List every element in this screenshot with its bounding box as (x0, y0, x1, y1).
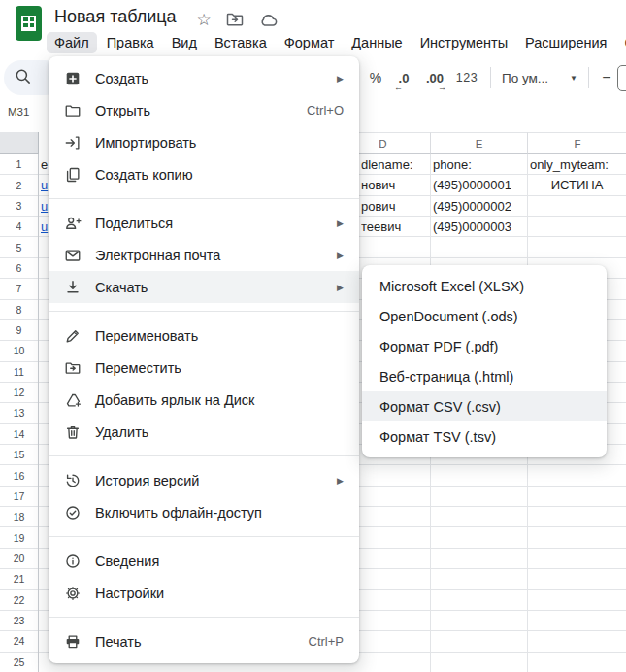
menu-item-label: Импортировать (95, 135, 344, 151)
font-select[interactable]: По ум... ▼ (498, 64, 581, 91)
file-menu-item[interactable]: Сведения (49, 545, 359, 577)
cell-E4[interactable]: (495)0000003 (433, 218, 524, 237)
info-icon (64, 553, 82, 570)
file-menu-item[interactable]: Поделиться▶ (49, 207, 359, 239)
row-header-8[interactable]: 8 (0, 300, 38, 320)
menubar-item-файл[interactable]: Файл (47, 32, 97, 53)
sheets-logo[interactable] (16, 6, 42, 41)
file-menu-item[interactable]: Импортировать (49, 126, 359, 158)
menubar-item-правка[interactable]: Правка (99, 32, 162, 53)
cell-E1[interactable]: phone: (433, 155, 524, 175)
menubar-item-расширения[interactable]: Расширения (517, 32, 614, 53)
row-header-15[interactable]: 15 (0, 445, 38, 465)
row-header-16[interactable]: 16 (0, 465, 38, 486)
move-folder-icon (64, 359, 82, 377)
download-format-item[interactable]: Формат TSV (.tsv) (362, 421, 607, 452)
star-icon[interactable]: ☆ (193, 9, 214, 30)
rename-pencil-icon (64, 327, 82, 345)
cell-D3[interactable]: рович (361, 197, 428, 217)
file-menu-item[interactable]: История версий▶ (49, 464, 359, 496)
menu-item-label: Электронная почта (95, 248, 337, 263)
cell-D2[interactable]: нович (361, 176, 428, 195)
row-header-5[interactable]: 5 (0, 237, 38, 257)
import-icon (64, 134, 82, 151)
download-format-item[interactable]: OpenDocument (.ods) (362, 301, 607, 331)
increase-decimals-button[interactable]: .00→ (419, 64, 450, 91)
menubar-item-инструменты[interactable]: Инструменты (412, 32, 515, 53)
menubar-item-формат[interactable]: Формат (277, 32, 343, 53)
row-header-7[interactable]: 7 (0, 279, 38, 299)
file-menu-item[interactable]: Электронная почта▶ (49, 239, 359, 271)
cell-D1[interactable]: dlename: (361, 155, 428, 175)
row-header-11[interactable]: 11 (0, 362, 38, 383)
cell-A4[interactable]: u (41, 218, 49, 237)
percent-format-button[interactable]: % (363, 64, 388, 91)
file-menu-item[interactable]: Скачать▶ (49, 271, 359, 303)
row-header-3[interactable]: 3 (0, 196, 38, 217)
row-header-19[interactable]: 19 (0, 527, 38, 548)
select-all-corner[interactable] (0, 132, 39, 154)
file-menu-item[interactable]: Переименовать (49, 319, 359, 352)
file-menu-item[interactable]: Удалить (49, 416, 359, 448)
file-menu-item[interactable]: Добавить ярлык на Диск (49, 384, 359, 416)
copy-icon (64, 166, 82, 184)
cell-A3[interactable]: u (41, 197, 49, 217)
row-header-22[interactable]: 22 (0, 590, 38, 611)
column-header-E[interactable]: E (430, 132, 527, 154)
row-header-1[interactable]: 1 (0, 154, 38, 175)
row-header-2[interactable]: 2 (0, 175, 38, 195)
file-menu-item[interactable]: Переместить (49, 352, 359, 384)
row-header-17[interactable]: 17 (0, 487, 38, 507)
menubar-item-вставка[interactable]: Вставка (207, 32, 275, 53)
file-menu-item[interactable]: Создать▶ (49, 62, 359, 94)
cell-E2[interactable]: (495)0000001 (433, 176, 524, 195)
file-menu-item[interactable]: ОткрытьCtrl+O (49, 94, 359, 126)
row-header-13[interactable]: 13 (0, 403, 38, 423)
move-to-folder-icon[interactable] (224, 9, 246, 30)
file-menu-item[interactable]: Настройки (49, 577, 359, 609)
row-header-12[interactable]: 12 (0, 383, 38, 403)
decrease-decimals-button[interactable]: .0← (388, 64, 419, 91)
menubar-item-данные[interactable]: Данные (344, 32, 410, 53)
download-format-item[interactable]: Microsoft Excel (XLSX) (362, 271, 607, 301)
download-format-item[interactable]: Формат CSV (.csv) (362, 391, 607, 421)
row-header-14[interactable]: 14 (0, 424, 38, 445)
font-size-input[interactable] (617, 65, 626, 91)
row-header-9[interactable]: 9 (0, 320, 38, 341)
cell-D4[interactable]: теевич (361, 218, 428, 237)
file-menu-item[interactable]: Включить офлайн-доступ (49, 496, 359, 528)
row-header-18[interactable]: 18 (0, 507, 38, 527)
menu-item-label: Поделиться (95, 216, 337, 231)
download-format-item[interactable]: Веб-страница (.html) (362, 361, 607, 391)
download-format-item[interactable]: Формат PDF (.pdf) (362, 331, 607, 361)
drive-shortcut-icon (64, 391, 82, 409)
cell-E3[interactable]: (495)0000002 (433, 197, 524, 217)
document-title[interactable]: Новая таблица (54, 7, 177, 27)
cell-F1[interactable]: only_myteam: (530, 155, 624, 175)
decrease-font-size-button[interactable]: − (596, 64, 617, 91)
row-header-24[interactable]: 24 (0, 631, 38, 652)
number-format-button[interactable]: 123 (450, 64, 483, 91)
column-header-F[interactable]: F (527, 132, 626, 154)
download-submenu: Microsoft Excel (XLSX)OpenDocument (.ods… (362, 265, 607, 457)
cell-A2[interactable]: u (41, 176, 49, 195)
row-header-21[interactable]: 21 (0, 569, 38, 589)
cell-A1[interactable]: e (41, 155, 49, 175)
create-file-icon (64, 70, 82, 87)
file-menu-item[interactable]: ПечатьCtrl+P (49, 625, 359, 657)
name-box[interactable]: M31 (8, 106, 29, 118)
row-header-25[interactable]: 25 (0, 653, 38, 672)
row-header-10[interactable]: 10 (0, 341, 38, 361)
row-header-23[interactable]: 23 (0, 611, 38, 631)
row-header-20[interactable]: 20 (0, 549, 38, 569)
menubar-item-сп[interactable]: Сп (616, 32, 626, 53)
menubar-item-вид[interactable]: Вид (164, 32, 205, 53)
cell-F2[interactable]: ИСТИНА (530, 176, 624, 195)
menu-item-shortcut: Ctrl+P (309, 634, 344, 649)
row-header-4[interactable]: 4 (0, 217, 38, 237)
row-header-6[interactable]: 6 (0, 258, 38, 279)
cloud-saved-icon[interactable] (257, 9, 279, 30)
menu-item-label: Скачать (95, 280, 337, 295)
menu-item-label: Переименовать (95, 328, 344, 344)
file-menu-item[interactable]: Создать копию (49, 158, 359, 190)
